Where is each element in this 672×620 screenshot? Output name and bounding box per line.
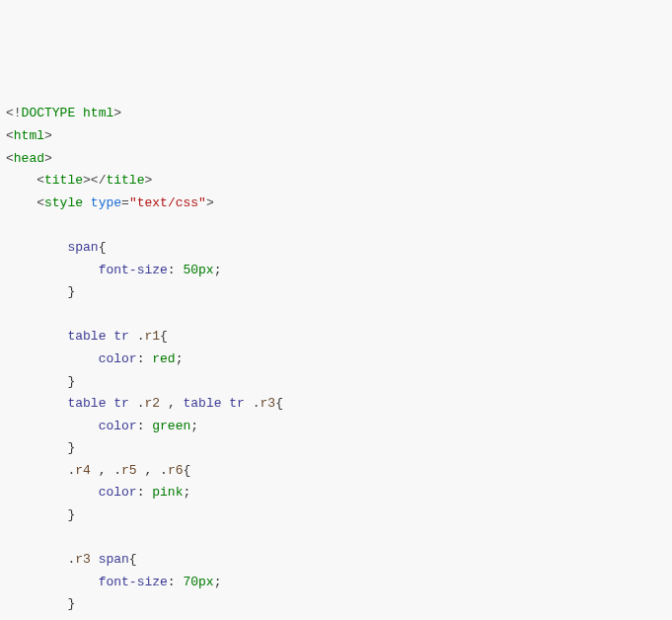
css-prop: color xyxy=(99,419,137,433)
indent xyxy=(6,596,67,611)
selector: table xyxy=(67,396,106,411)
brace: } xyxy=(67,440,75,455)
class-name: r3 xyxy=(261,396,276,411)
class-name: r5 xyxy=(121,463,137,478)
indent xyxy=(6,419,99,433)
code-line: color: green; xyxy=(6,419,198,433)
punct: > xyxy=(113,106,121,120)
brace: { xyxy=(183,463,190,478)
indent xyxy=(6,351,99,366)
brace: } xyxy=(67,284,75,299)
indent xyxy=(6,240,67,255)
code-line: } xyxy=(6,596,75,611)
class-name: r1 xyxy=(144,329,160,344)
indent xyxy=(6,396,67,411)
tag: title xyxy=(106,173,144,188)
punct: . xyxy=(6,552,75,567)
code-line: color: pink; xyxy=(6,485,190,500)
css-value: green xyxy=(152,419,190,433)
code-block: <!DOCTYPE html> <html> <head> <title></t… xyxy=(6,103,666,620)
punct: ; xyxy=(190,419,198,433)
brace: { xyxy=(160,329,168,344)
punct: ; xyxy=(214,263,222,277)
indent xyxy=(6,329,67,344)
code-line: span{ xyxy=(6,240,106,255)
css-prop: color xyxy=(99,351,137,366)
selector: table xyxy=(183,396,221,411)
brace: } xyxy=(67,374,75,389)
indent xyxy=(6,263,99,277)
css-prop: font-size xyxy=(99,263,168,277)
punct: , . xyxy=(91,463,121,478)
class-name: r6 xyxy=(168,463,184,478)
code-line: <style type="text/css"> xyxy=(6,195,214,210)
class-name: r2 xyxy=(144,396,160,411)
punct: > xyxy=(206,195,214,210)
selector: span xyxy=(67,240,98,255)
punct: <! xyxy=(6,106,22,120)
punct: > xyxy=(44,151,52,166)
code-line: } xyxy=(6,374,75,389)
punct: < xyxy=(6,128,14,143)
code-line: table tr .r1{ xyxy=(6,329,168,344)
punct: ; xyxy=(176,351,184,366)
class-name: r3 xyxy=(75,552,91,567)
punct: < xyxy=(6,195,44,210)
indent xyxy=(6,575,99,589)
punct: > xyxy=(44,128,52,143)
punct: < xyxy=(6,173,44,188)
punct xyxy=(75,106,83,120)
punct xyxy=(83,195,91,210)
brace: { xyxy=(99,240,107,255)
punct: . xyxy=(129,396,145,411)
punct: . xyxy=(245,396,261,411)
code-line: } xyxy=(6,284,75,299)
punct: > xyxy=(144,173,152,188)
attr-name: type xyxy=(91,195,121,210)
brace: } xyxy=(67,596,75,611)
code-line: font-size: 70px; xyxy=(6,575,221,589)
indent xyxy=(6,440,67,455)
punct: : xyxy=(137,351,153,366)
css-prop: font-size xyxy=(99,575,168,589)
code-line: table tr .r2 , table tr .r3{ xyxy=(6,396,283,411)
punct: : xyxy=(168,263,184,277)
selector: span xyxy=(99,552,129,567)
code-line: <html> xyxy=(6,128,52,143)
punct: . xyxy=(6,463,75,478)
punct: : xyxy=(137,419,153,433)
tag: DOCTYPE xyxy=(22,106,76,120)
punct: ></ xyxy=(83,173,106,188)
code-line: <title></title> xyxy=(6,173,152,188)
css-value: 70px xyxy=(183,575,213,589)
punct: : xyxy=(168,575,184,589)
class-name: r4 xyxy=(75,463,91,478)
css-value: 50px xyxy=(183,263,213,277)
tag: html xyxy=(14,128,44,143)
indent xyxy=(6,284,67,299)
tag: html xyxy=(83,106,113,120)
code-line: .r3 span{ xyxy=(6,552,137,567)
punct: = xyxy=(121,195,129,210)
space xyxy=(91,552,99,567)
selector: table xyxy=(67,329,106,344)
css-value: pink xyxy=(152,485,183,500)
punct: , xyxy=(160,396,183,411)
punct: < xyxy=(6,151,14,166)
punct: , . xyxy=(137,463,168,478)
selector: tr xyxy=(113,329,129,344)
tag: head xyxy=(14,151,44,166)
indent xyxy=(6,485,99,500)
brace: } xyxy=(67,507,75,522)
code-line: } xyxy=(6,440,75,455)
code-line: .r4 , .r5 , .r6{ xyxy=(6,463,190,478)
selector: tr xyxy=(113,396,129,411)
css-prop: color xyxy=(99,485,137,500)
indent xyxy=(6,507,67,522)
punct: : xyxy=(137,485,153,500)
brace: { xyxy=(129,552,137,567)
tag: style xyxy=(44,195,83,210)
punct: ; xyxy=(183,485,190,500)
code-line: font-size: 50px; xyxy=(6,263,221,277)
tag: title xyxy=(44,173,83,188)
